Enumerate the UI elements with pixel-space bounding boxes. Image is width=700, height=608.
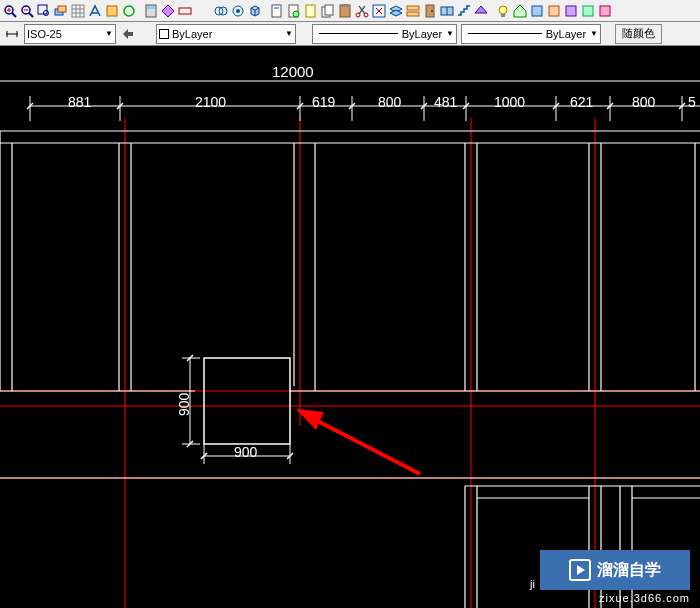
svg-point-38 xyxy=(364,13,368,17)
doc-a-icon[interactable] xyxy=(269,3,285,19)
bulb-icon[interactable] xyxy=(495,3,511,19)
watermark-text: 溜溜自学 xyxy=(597,560,661,581)
dim-seg-3: 800 xyxy=(378,94,401,110)
dim-seg-4: 481 xyxy=(434,94,457,110)
dim-icon[interactable] xyxy=(4,26,20,42)
zoom-in-icon[interactable] xyxy=(2,3,18,19)
cut-icon[interactable] xyxy=(354,3,370,19)
dim-seg-2: 619 xyxy=(312,94,335,110)
svg-marker-41 xyxy=(390,10,402,16)
linetype-sample-icon xyxy=(319,33,398,34)
svg-point-25 xyxy=(236,9,240,13)
box-b-icon[interactable] xyxy=(546,3,562,19)
watermark-sub: ji xyxy=(530,578,535,590)
box-d-icon[interactable] xyxy=(580,3,596,19)
cad-drawing xyxy=(0,46,700,608)
box-c-icon[interactable] xyxy=(563,3,579,19)
dim-seg-1: 2100 xyxy=(195,94,226,110)
linetype-select[interactable]: ByLayer ▼ xyxy=(312,24,457,44)
dim-seg-6: 621 xyxy=(570,94,593,110)
drawing-canvas[interactable]: 12000 881 2100 619 800 481 1000 621 800 … xyxy=(0,46,700,608)
svg-rect-19 xyxy=(147,6,155,9)
svg-rect-32 xyxy=(325,5,333,15)
svg-rect-7 xyxy=(38,5,47,14)
wall-icon[interactable] xyxy=(405,3,421,19)
watermark-url: zixue.3d66.com xyxy=(599,592,690,604)
tool-e-icon[interactable] xyxy=(177,3,193,19)
svg-point-17 xyxy=(124,6,134,16)
svg-rect-110 xyxy=(204,358,290,444)
ref-icon[interactable] xyxy=(371,3,387,19)
tool-c-icon[interactable] xyxy=(121,3,137,19)
zoom-window-icon[interactable] xyxy=(36,3,52,19)
stair-icon[interactable] xyxy=(456,3,472,19)
grid-icon[interactable] xyxy=(70,3,86,19)
svg-line-1 xyxy=(12,13,16,17)
svg-rect-10 xyxy=(58,6,66,12)
toolbar-properties-row: ISO-25 ▼ ByLayer ▼ ByLayer ▼ ByLayer ▼ 随… xyxy=(0,22,700,46)
svg-rect-26 xyxy=(272,5,281,17)
tool-a-icon[interactable] xyxy=(87,3,103,19)
svg-line-5 xyxy=(29,13,33,17)
linetype-value: ByLayer xyxy=(402,28,442,40)
zoom-out-icon[interactable] xyxy=(19,3,35,19)
dimstyle-select[interactable]: ISO-25 ▼ xyxy=(24,24,116,44)
bycolor-label: 随颜色 xyxy=(622,26,655,41)
copy-icon[interactable] xyxy=(320,3,336,19)
layers-icon[interactable] xyxy=(53,3,69,19)
dim-seg-8: 5 xyxy=(688,94,696,110)
toolbar-icons-row xyxy=(0,0,700,22)
svg-point-29 xyxy=(293,11,299,17)
tool-d-icon[interactable] xyxy=(160,3,176,19)
svg-rect-53 xyxy=(583,6,593,16)
svg-rect-52 xyxy=(566,6,576,16)
calc-icon[interactable] xyxy=(143,3,159,19)
color-swatch-icon xyxy=(159,29,169,39)
dim-seg-7: 800 xyxy=(632,94,655,110)
svg-rect-50 xyxy=(532,6,542,16)
cube-icon[interactable] xyxy=(247,3,263,19)
lineweight-select[interactable]: ByLayer ▼ xyxy=(461,24,601,44)
arrow-annotation xyxy=(296,409,420,474)
box-e-icon[interactable] xyxy=(597,3,613,19)
svg-line-121 xyxy=(308,416,420,474)
svg-rect-49 xyxy=(501,14,505,17)
doc-c-icon[interactable] xyxy=(303,3,319,19)
dim-overall: 12000 xyxy=(272,63,314,80)
roof-icon[interactable] xyxy=(473,3,489,19)
svg-rect-16 xyxy=(107,6,117,16)
dim-update-icon[interactable] xyxy=(120,26,136,42)
dim-seg-0: 881 xyxy=(68,94,91,110)
bycolor-button[interactable]: 随颜色 xyxy=(615,24,662,44)
watermark-badge: 溜溜自学 xyxy=(540,550,690,590)
svg-marker-20 xyxy=(162,5,174,17)
chevron-down-icon: ▼ xyxy=(101,29,113,38)
doc-b-icon[interactable] xyxy=(286,3,302,19)
play-icon xyxy=(569,559,591,581)
chevron-down-icon: ▼ xyxy=(586,29,598,38)
svg-rect-30 xyxy=(306,5,315,17)
box-a-icon[interactable] xyxy=(529,3,545,19)
win-icon[interactable] xyxy=(439,3,455,19)
ring-b-icon[interactable] xyxy=(230,3,246,19)
svg-rect-43 xyxy=(407,12,419,16)
home-icon[interactable] xyxy=(512,3,528,19)
lineweight-value: ByLayer xyxy=(546,28,586,40)
dim-block-w: 900 xyxy=(234,444,257,460)
dimstyle-value: ISO-25 xyxy=(27,28,62,40)
dim-seg-5: 1000 xyxy=(494,94,525,110)
tool-b-icon[interactable] xyxy=(104,3,120,19)
dim-block-h: 900 xyxy=(176,393,192,416)
ring-a-icon[interactable] xyxy=(213,3,229,19)
chevron-down-icon: ▼ xyxy=(281,29,293,38)
door-icon[interactable] xyxy=(422,3,438,19)
svg-rect-11 xyxy=(72,5,84,17)
paste-icon[interactable] xyxy=(337,3,353,19)
svg-rect-34 xyxy=(342,4,348,7)
layers2-icon[interactable] xyxy=(388,3,404,19)
chevron-down-icon: ▼ xyxy=(442,29,454,38)
svg-rect-51 xyxy=(549,6,559,16)
svg-rect-54 xyxy=(600,6,610,16)
layer-color-value: ByLayer xyxy=(172,28,212,40)
layer-color-select[interactable]: ByLayer ▼ xyxy=(156,24,296,44)
